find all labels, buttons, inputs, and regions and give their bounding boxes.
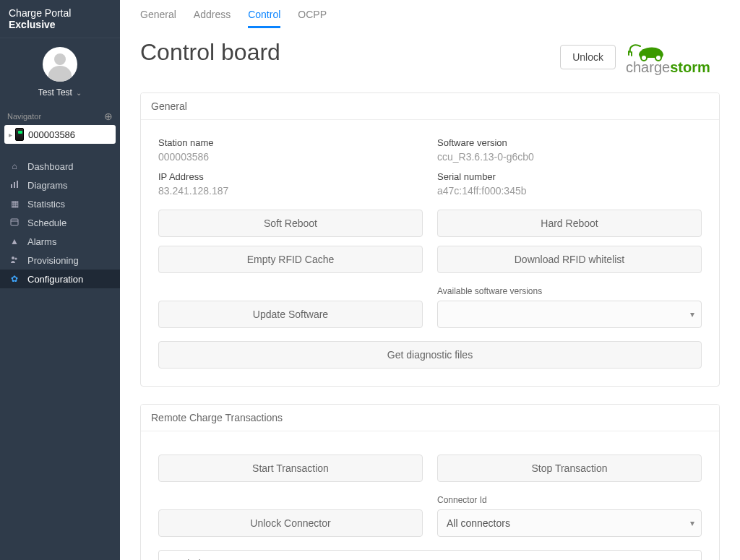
unlock-connector-button[interactable]: Unlock Connector [158,509,423,537]
available-sw-select[interactable] [437,301,702,328]
sidebar-item-configuration[interactable]: ✿ Configuration [0,270,120,288]
empty-rfid-cache-button[interactable]: Empty RFID Cache [158,246,423,273]
field-station-name: Station name 000003586 [158,137,423,163]
sidebar-item-label: Statistics [27,199,65,210]
svg-rect-1 [14,182,15,188]
calendar-icon [9,217,20,228]
sidebar: Charge Portal Exclusive Test Test ⌄ Navi… [0,0,120,560]
field-value: 000003586 [158,151,423,163]
warning-icon: ▲ [9,236,20,246]
panel-remote-header: Remote Charge Transactions [141,405,719,431]
tab-control[interactable]: Control [248,6,280,28]
svg-rect-3 [11,219,18,225]
stop-transaction-button[interactable]: Stop Transaction [437,455,702,482]
caret-right-icon: ▸ [9,131,12,139]
field-label: Software version [437,137,702,148]
search-icon[interactable]: ⊕ [104,111,113,122]
sidebar-item-label: Configuration [27,274,83,285]
field-value: a47c:14ff:f000:345b [437,185,702,197]
field-value: ccu_R3.6.13-0-g6cb0 [437,151,702,163]
sidebar-item-label: Dashboard [27,161,74,172]
get-diagnostic-files-button[interactable]: Get diagnostic files [158,341,702,369]
connector-id-label: Connector Id [437,495,702,505]
sidebar-item-alarms[interactable]: ▲ Alarms [0,232,120,251]
sidebar-item-label: Provisioning [27,255,79,266]
home-icon: ⌂ [9,161,20,171]
sidebar-item-label: Diagrams [27,180,68,191]
app-brand: Charge Portal Exclusive [0,0,120,38]
tab-general[interactable]: General [140,6,176,28]
field-ip-address: IP Address 83.241.128.187 [158,171,423,197]
svg-rect-0 [11,184,12,188]
card-id-input[interactable] [158,550,702,560]
field-label: Serial number [437,171,702,182]
user-block[interactable]: Test Test ⌄ [0,38,120,105]
available-sw-label: Available software versions [437,286,702,296]
panel-remote-transactions: Remote Charge Transactions Start Transac… [140,404,720,560]
users-icon [9,255,20,266]
unlock-button[interactable]: Unlock [560,45,616,69]
avatar [43,47,77,82]
sidebar-item-provisioning[interactable]: Provisioning [0,251,120,270]
sidebar-item-schedule[interactable]: Schedule [0,213,120,232]
navigator-item[interactable]: ▸ 000003586 [4,125,116,144]
chevron-down-icon: ⌄ [74,89,82,97]
download-rfid-whitelist-button[interactable]: Download RFID whitelist [437,246,702,273]
panel-general: General Station name 000003586 Software … [140,92,720,387]
tab-ocpp[interactable]: OCPP [298,6,327,28]
grid-icon: ▦ [9,199,20,209]
sidebar-item-diagrams[interactable]: Diagrams [0,176,120,194]
chart-icon [9,180,20,191]
svg-text:chargestorm: chargestorm [626,59,710,75]
update-software-button[interactable]: Update Software [158,301,423,328]
page-title: Control board [140,39,280,66]
field-value: 83.241.128.187 [158,185,423,197]
sidebar-item-dashboard[interactable]: ⌂ Dashboard [0,157,120,176]
user-name: Test Test ⌄ [0,87,120,98]
hard-reboot-button[interactable]: Hard Reboot [437,210,702,237]
navigator-item-label: 000003586 [28,129,75,140]
main-content: General Address Control OCPP Control boa… [120,0,740,560]
panel-general-header: General [141,93,719,120]
start-transaction-button[interactable]: Start Transaction [158,455,423,482]
svg-point-5 [12,257,14,259]
station-chip-icon [15,128,24,141]
connector-id-select[interactable]: All connectors [437,509,702,537]
field-label: IP Address [158,171,423,182]
user-name-text: Test Test [38,87,72,98]
subpage-tabs: General Address Control OCPP [120,0,740,29]
svg-rect-2 [17,181,18,188]
navigator-label: Navigator [7,112,41,121]
gear-icon: ✿ [9,274,20,284]
field-software-version: Software version ccu_R3.6.13-0-g6cb0 [437,137,702,163]
tab-address[interactable]: Address [194,6,231,28]
navigator-header: Navigator ⊕ [0,105,120,125]
navigator-tree: ▸ 000003586 [0,125,120,152]
sidebar-item-label: Schedule [27,217,66,228]
soft-reboot-button[interactable]: Soft Reboot [158,210,423,237]
sidebar-menu: ⌂ Dashboard Diagrams ▦ Statistics Schedu… [0,157,120,288]
sidebar-item-label: Alarms [27,236,56,247]
svg-point-6 [14,257,17,259]
brand-prefix: Charge Portal [9,7,71,19]
brand-suffix: Exclusive [9,19,56,30]
sidebar-item-statistics[interactable]: ▦ Statistics [0,194,120,213]
field-label: Station name [158,137,423,148]
brand-logo: chargestorm [626,39,720,75]
field-serial-number: Serial number a47c:14ff:f000:345b [437,171,702,197]
